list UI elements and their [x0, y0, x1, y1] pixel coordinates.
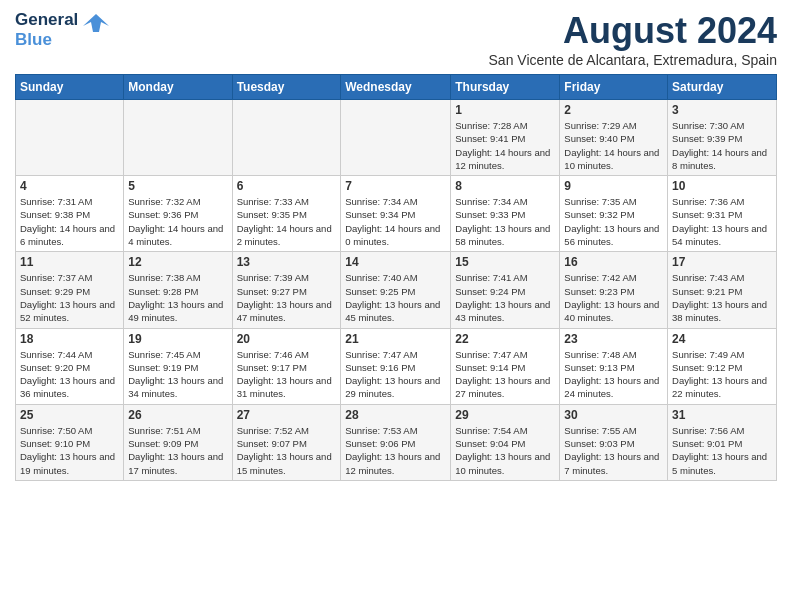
- svg-marker-0: [83, 14, 109, 32]
- day-info: Sunrise: 7:49 AM Sunset: 9:12 PM Dayligh…: [672, 348, 772, 401]
- calendar-cell-4-0: 25Sunrise: 7:50 AM Sunset: 9:10 PM Dayli…: [16, 404, 124, 480]
- day-number: 2: [564, 103, 663, 117]
- day-number: 31: [672, 408, 772, 422]
- day-number: 5: [128, 179, 227, 193]
- day-info: Sunrise: 7:35 AM Sunset: 9:32 PM Dayligh…: [564, 195, 663, 248]
- calendar-cell-1-5: 9Sunrise: 7:35 AM Sunset: 9:32 PM Daylig…: [560, 176, 668, 252]
- calendar-cell-4-1: 26Sunrise: 7:51 AM Sunset: 9:09 PM Dayli…: [124, 404, 232, 480]
- week-row-1: 1Sunrise: 7:28 AM Sunset: 9:41 PM Daylig…: [16, 100, 777, 176]
- col-monday: Monday: [124, 75, 232, 100]
- calendar-cell-4-2: 27Sunrise: 7:52 AM Sunset: 9:07 PM Dayli…: [232, 404, 341, 480]
- col-tuesday: Tuesday: [232, 75, 341, 100]
- calendar-cell-3-0: 18Sunrise: 7:44 AM Sunset: 9:20 PM Dayli…: [16, 328, 124, 404]
- day-number: 10: [672, 179, 772, 193]
- calendar-table: Sunday Monday Tuesday Wednesday Thursday…: [15, 74, 777, 481]
- day-info: Sunrise: 7:54 AM Sunset: 9:04 PM Dayligh…: [455, 424, 555, 477]
- day-number: 8: [455, 179, 555, 193]
- day-number: 13: [237, 255, 337, 269]
- day-info: Sunrise: 7:28 AM Sunset: 9:41 PM Dayligh…: [455, 119, 555, 172]
- calendar-cell-4-6: 31Sunrise: 7:56 AM Sunset: 9:01 PM Dayli…: [668, 404, 777, 480]
- day-number: 20: [237, 332, 337, 346]
- week-row-3: 11Sunrise: 7:37 AM Sunset: 9:29 PM Dayli…: [16, 252, 777, 328]
- day-info: Sunrise: 7:37 AM Sunset: 9:29 PM Dayligh…: [20, 271, 119, 324]
- day-number: 7: [345, 179, 446, 193]
- day-number: 12: [128, 255, 227, 269]
- day-info: Sunrise: 7:45 AM Sunset: 9:19 PM Dayligh…: [128, 348, 227, 401]
- day-number: 6: [237, 179, 337, 193]
- day-info: Sunrise: 7:40 AM Sunset: 9:25 PM Dayligh…: [345, 271, 446, 324]
- day-info: Sunrise: 7:44 AM Sunset: 9:20 PM Dayligh…: [20, 348, 119, 401]
- calendar-cell-4-3: 28Sunrise: 7:53 AM Sunset: 9:06 PM Dayli…: [341, 404, 451, 480]
- calendar-cell-2-0: 11Sunrise: 7:37 AM Sunset: 9:29 PM Dayli…: [16, 252, 124, 328]
- calendar-cell-3-1: 19Sunrise: 7:45 AM Sunset: 9:19 PM Dayli…: [124, 328, 232, 404]
- col-sunday: Sunday: [16, 75, 124, 100]
- calendar-cell-2-2: 13Sunrise: 7:39 AM Sunset: 9:27 PM Dayli…: [232, 252, 341, 328]
- day-number: 18: [20, 332, 119, 346]
- day-number: 27: [237, 408, 337, 422]
- day-number: 4: [20, 179, 119, 193]
- day-number: 15: [455, 255, 555, 269]
- day-number: 14: [345, 255, 446, 269]
- calendar-cell-2-4: 15Sunrise: 7:41 AM Sunset: 9:24 PM Dayli…: [451, 252, 560, 328]
- calendar-header-row: Sunday Monday Tuesday Wednesday Thursday…: [16, 75, 777, 100]
- day-number: 28: [345, 408, 446, 422]
- day-info: Sunrise: 7:55 AM Sunset: 9:03 PM Dayligh…: [564, 424, 663, 477]
- day-info: Sunrise: 7:38 AM Sunset: 9:28 PM Dayligh…: [128, 271, 227, 324]
- calendar-cell-2-3: 14Sunrise: 7:40 AM Sunset: 9:25 PM Dayli…: [341, 252, 451, 328]
- day-number: 21: [345, 332, 446, 346]
- day-number: 1: [455, 103, 555, 117]
- calendar-cell-1-6: 10Sunrise: 7:36 AM Sunset: 9:31 PM Dayli…: [668, 176, 777, 252]
- calendar-cell-0-4: 1Sunrise: 7:28 AM Sunset: 9:41 PM Daylig…: [451, 100, 560, 176]
- calendar-cell-3-6: 24Sunrise: 7:49 AM Sunset: 9:12 PM Dayli…: [668, 328, 777, 404]
- day-info: Sunrise: 7:56 AM Sunset: 9:01 PM Dayligh…: [672, 424, 772, 477]
- calendar-cell-4-5: 30Sunrise: 7:55 AM Sunset: 9:03 PM Dayli…: [560, 404, 668, 480]
- day-info: Sunrise: 7:30 AM Sunset: 9:39 PM Dayligh…: [672, 119, 772, 172]
- calendar-cell-1-0: 4Sunrise: 7:31 AM Sunset: 9:38 PM Daylig…: [16, 176, 124, 252]
- month-title: August 2024: [489, 10, 777, 52]
- calendar-cell-0-1: [124, 100, 232, 176]
- calendar-cell-1-1: 5Sunrise: 7:32 AM Sunset: 9:36 PM Daylig…: [124, 176, 232, 252]
- day-info: Sunrise: 7:36 AM Sunset: 9:31 PM Dayligh…: [672, 195, 772, 248]
- calendar-cell-0-0: [16, 100, 124, 176]
- calendar-cell-2-5: 16Sunrise: 7:42 AM Sunset: 9:23 PM Dayli…: [560, 252, 668, 328]
- day-info: Sunrise: 7:47 AM Sunset: 9:16 PM Dayligh…: [345, 348, 446, 401]
- day-info: Sunrise: 7:34 AM Sunset: 9:33 PM Dayligh…: [455, 195, 555, 248]
- day-info: Sunrise: 7:52 AM Sunset: 9:07 PM Dayligh…: [237, 424, 337, 477]
- day-info: Sunrise: 7:29 AM Sunset: 9:40 PM Dayligh…: [564, 119, 663, 172]
- calendar-cell-0-6: 3Sunrise: 7:30 AM Sunset: 9:39 PM Daylig…: [668, 100, 777, 176]
- day-info: Sunrise: 7:32 AM Sunset: 9:36 PM Dayligh…: [128, 195, 227, 248]
- calendar-cell-1-3: 7Sunrise: 7:34 AM Sunset: 9:34 PM Daylig…: [341, 176, 451, 252]
- logo: General Blue: [15, 10, 111, 51]
- day-number: 23: [564, 332, 663, 346]
- day-number: 9: [564, 179, 663, 193]
- day-number: 17: [672, 255, 772, 269]
- calendar-cell-0-3: [341, 100, 451, 176]
- day-info: Sunrise: 7:51 AM Sunset: 9:09 PM Dayligh…: [128, 424, 227, 477]
- calendar-cell-0-2: [232, 100, 341, 176]
- day-number: 19: [128, 332, 227, 346]
- header: General Blue August 2024 San Vicente de …: [15, 10, 777, 68]
- logo-text-block: General Blue: [15, 10, 111, 51]
- calendar-cell-3-2: 20Sunrise: 7:46 AM Sunset: 9:17 PM Dayli…: [232, 328, 341, 404]
- subtitle: San Vicente de Alcantara, Extremadura, S…: [489, 52, 777, 68]
- week-row-4: 18Sunrise: 7:44 AM Sunset: 9:20 PM Dayli…: [16, 328, 777, 404]
- calendar-cell-0-5: 2Sunrise: 7:29 AM Sunset: 9:40 PM Daylig…: [560, 100, 668, 176]
- col-saturday: Saturday: [668, 75, 777, 100]
- col-thursday: Thursday: [451, 75, 560, 100]
- title-block: August 2024 San Vicente de Alcantara, Ex…: [489, 10, 777, 68]
- day-info: Sunrise: 7:41 AM Sunset: 9:24 PM Dayligh…: [455, 271, 555, 324]
- day-number: 26: [128, 408, 227, 422]
- day-number: 30: [564, 408, 663, 422]
- day-number: 3: [672, 103, 772, 117]
- day-info: Sunrise: 7:47 AM Sunset: 9:14 PM Dayligh…: [455, 348, 555, 401]
- logo-text: General Blue: [15, 10, 78, 51]
- calendar-cell-1-4: 8Sunrise: 7:34 AM Sunset: 9:33 PM Daylig…: [451, 176, 560, 252]
- calendar-cell-3-3: 21Sunrise: 7:47 AM Sunset: 9:16 PM Dayli…: [341, 328, 451, 404]
- day-info: Sunrise: 7:46 AM Sunset: 9:17 PM Dayligh…: [237, 348, 337, 401]
- day-number: 16: [564, 255, 663, 269]
- day-number: 24: [672, 332, 772, 346]
- calendar-cell-3-4: 22Sunrise: 7:47 AM Sunset: 9:14 PM Dayli…: [451, 328, 560, 404]
- day-info: Sunrise: 7:43 AM Sunset: 9:21 PM Dayligh…: [672, 271, 772, 324]
- day-info: Sunrise: 7:34 AM Sunset: 9:34 PM Dayligh…: [345, 195, 446, 248]
- logo-bird-icon: [81, 12, 111, 40]
